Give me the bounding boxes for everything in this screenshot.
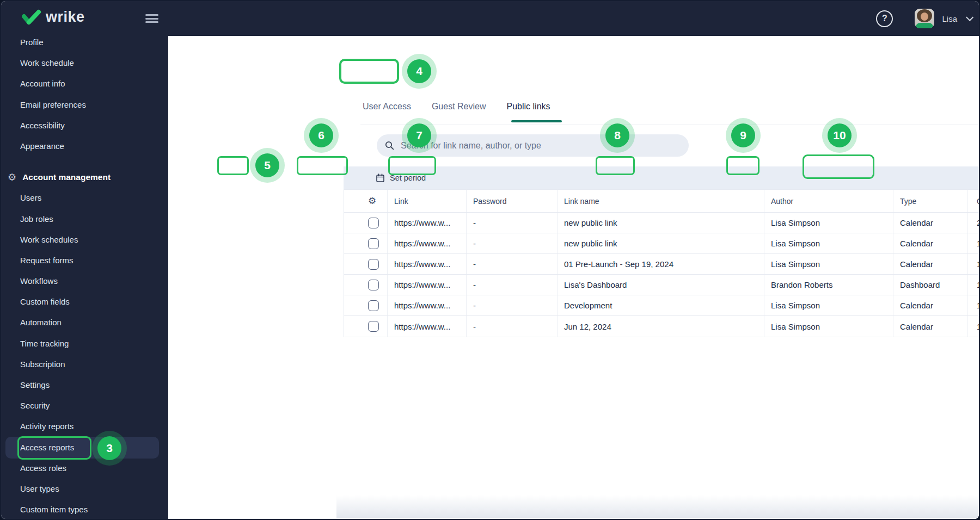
sidebar-item-custom-fields[interactable]: Custom fields (1, 292, 168, 312)
set-period-button[interactable]: Set period (376, 174, 426, 182)
header-password[interactable]: Password (466, 190, 557, 212)
cell-link[interactable]: https://www.w... (387, 254, 466, 274)
sidebar-item-label: Workflows (20, 276, 58, 286)
search-bar[interactable] (377, 134, 689, 157)
cell-link-name: Lisa's Dashboard (557, 275, 764, 295)
sidebar-item-work-schedules[interactable]: Work schedules (1, 230, 168, 250)
public-links-table: ⚙ Link Password Link name Author Type Cr… (344, 189, 980, 337)
sidebar-item-settings[interactable]: Settings (1, 375, 168, 395)
header-created-date-label: Created date (977, 197, 980, 206)
sidebar-item-security[interactable]: Security (1, 395, 168, 416)
cell-type: Calendar (893, 233, 967, 253)
row-checkbox[interactable] (368, 218, 379, 228)
checkbox-cell (344, 316, 387, 337)
cell-author: Lisa Simpson (764, 254, 893, 274)
cell-password: - (466, 254, 557, 274)
sidebar-item-label: Security (20, 401, 50, 410)
gear-icon: ⚙ (368, 196, 376, 206)
sidebar-item-label: Work schedule (20, 58, 74, 67)
cell-link[interactable]: https://www.w... (387, 295, 466, 315)
sidebar-item-label: Automation (20, 318, 62, 327)
table-row: https://www.w... - Jun 12, 2024 Lisa Sim… (344, 316, 980, 337)
checkbox-cell (344, 295, 387, 315)
row-checkbox[interactable] (368, 280, 379, 290)
sidebar-section-account-management: ⚙ Account management (1, 167, 168, 188)
sidebar-item-user-types[interactable]: User types (1, 479, 168, 499)
sidebar-item-workflows[interactable]: Workflows (1, 271, 168, 292)
sidebar-item-label: Users (20, 193, 41, 202)
tab-user-access[interactable]: User Access (363, 95, 411, 119)
sidebar-item-time-tracking[interactable]: Time tracking (1, 333, 168, 354)
sidebar-item-accessibility[interactable]: Accessibility (1, 115, 168, 136)
cell-created-date: 19.09.2024 (967, 233, 980, 253)
sidebar-item-label: User types (20, 484, 59, 493)
sidebar-item-label: Profile (20, 38, 44, 47)
tab-public-links[interactable]: Public links (507, 95, 550, 119)
search-input[interactable] (401, 141, 662, 151)
sidebar-item-subscription[interactable]: Subscription (1, 354, 168, 375)
row-checkbox[interactable] (368, 259, 379, 270)
hamburger-menu-icon[interactable] (145, 14, 158, 23)
sidebar-item-label: Subscription (20, 360, 65, 369)
sidebar-item-custom-item-types[interactable]: Custom item types (1, 499, 168, 520)
tab-strip-divider (360, 125, 980, 125)
cell-type: Calendar (893, 254, 967, 274)
cell-link[interactable]: https://www.w... (387, 275, 466, 295)
cell-created-date: 20.09.2024 (967, 213, 980, 233)
active-tab-indicator (511, 120, 562, 122)
header-created-date[interactable]: Created date↓ (967, 190, 980, 212)
cell-link[interactable]: https://www.w... (387, 233, 466, 253)
sidebar-item-work-schedule[interactable]: Work schedule (1, 53, 168, 73)
chevron-down-icon[interactable] (966, 14, 973, 21)
column-settings-button[interactable]: ⚙ (344, 190, 387, 212)
cell-link[interactable]: https://www.w... (387, 316, 466, 337)
sidebar-item-label: Access reports (20, 443, 74, 452)
avatar[interactable] (915, 9, 934, 28)
sidebar-item-label: Settings (20, 380, 50, 389)
sidebar-item-request-forms[interactable]: Request forms (1, 250, 168, 271)
sidebar-item-label: Email preferences (20, 100, 86, 109)
checkbox-cell (344, 275, 387, 295)
tab-guest-review[interactable]: Guest Review (432, 95, 486, 119)
cell-link[interactable]: https://www.w... (387, 213, 466, 233)
tab-bar: User Access Guest Review Public links (363, 95, 550, 119)
header-type[interactable]: Type (893, 190, 967, 212)
sidebar-item-access-roles[interactable]: Access roles (1, 458, 168, 479)
wrike-logo[interactable]: wrike (22, 9, 85, 26)
user-name: Lisa (942, 14, 957, 23)
cell-created-date: 12.06.2024 (967, 295, 980, 315)
sidebar-item-job-roles[interactable]: Job roles (1, 209, 168, 230)
sidebar-item-account-info[interactable]: Account info (1, 73, 168, 94)
sidebar-item-automation[interactable]: Automation (1, 312, 168, 333)
sidebar-item-users[interactable]: Users (1, 188, 168, 208)
header-author[interactable]: Author (764, 190, 893, 212)
row-checkbox[interactable] (368, 321, 379, 332)
header-link-name[interactable]: Link name (557, 190, 764, 212)
cell-link-name: new public link (557, 213, 764, 233)
sidebar-item-access-reports[interactable]: Access reports (1, 437, 168, 458)
app-window: User Access Guest Review Public links Se (0, 0, 980, 520)
cell-password: - (466, 295, 557, 315)
sidebar-item-label: Time tracking (20, 339, 69, 348)
set-period-label: Set period (390, 174, 426, 182)
sidebar-item-label: Job roles (20, 214, 53, 224)
sidebar-item-appearance[interactable]: Appearance (1, 136, 168, 157)
cell-password: - (466, 213, 557, 233)
help-button[interactable]: ? (876, 10, 893, 27)
gear-icon: ⚙ (8, 172, 16, 182)
question-mark-icon: ? (882, 14, 887, 23)
row-checkbox[interactable] (368, 238, 379, 249)
cell-type: Calendar (893, 295, 967, 315)
sidebar-item-activity-reports[interactable]: Activity reports (1, 416, 168, 437)
top-bar: wrike ? Lisa (1, 1, 979, 36)
header-link[interactable]: Link (387, 190, 466, 212)
calendar-icon (376, 174, 384, 182)
cell-link-name: Development (557, 295, 764, 315)
cell-link-name: Jun 12, 2024 (557, 316, 764, 337)
table-row: https://www.w... - new public link Lisa … (344, 233, 980, 254)
section-label: Account management (22, 172, 111, 182)
cell-type: Calendar (893, 316, 967, 337)
sidebar-item-email-preferences[interactable]: Email preferences (1, 95, 168, 115)
row-checkbox[interactable] (368, 300, 379, 311)
sidebar-item-label: Accessibility (20, 121, 65, 130)
